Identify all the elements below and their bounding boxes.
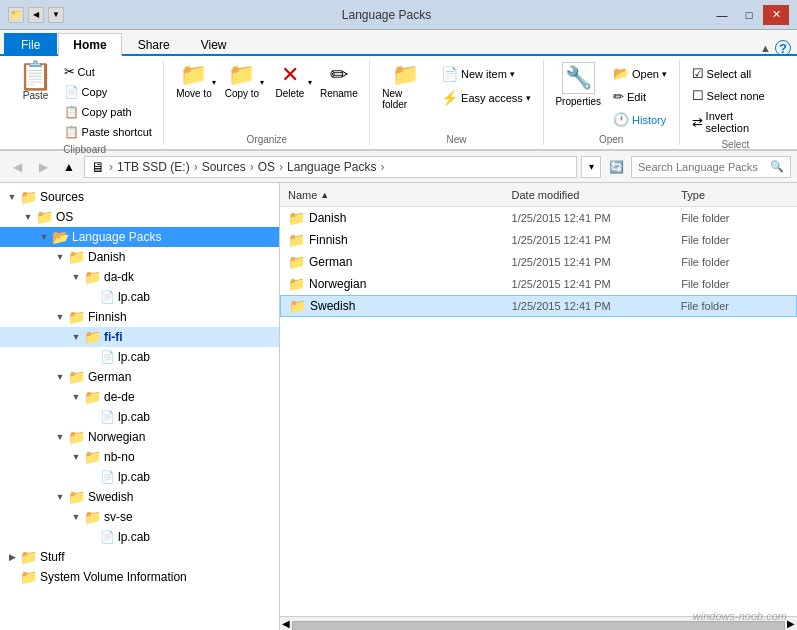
open-button[interactable]: 📂 Open ▾ [609, 64, 671, 83]
expand-norwegian[interactable]: ▼ [52, 432, 68, 442]
easy-access-button[interactable]: ⚡ Easy access ▾ [437, 88, 535, 108]
file-cell-date-swedish: 1/25/2015 12:41 PM [508, 300, 677, 312]
tree-item-nb-no[interactable]: ▼ 📁 nb-no [0, 447, 279, 467]
expand-nb-no[interactable]: ▼ [68, 452, 84, 462]
tree-item-german[interactable]: ▼ 📁 German [0, 367, 279, 387]
expand-sources[interactable]: ▼ [4, 192, 20, 202]
close-button[interactable]: ✕ [763, 5, 789, 25]
expand-german[interactable]: ▼ [52, 372, 68, 382]
tree-item-lp-fi[interactable]: 📄 lp.cab [0, 347, 279, 367]
quick-access-btn[interactable]: ◀ [28, 7, 44, 23]
expand-stuff[interactable]: ▶ [4, 552, 20, 562]
expand-fi-fi[interactable]: ▼ [68, 332, 84, 342]
path-part-3[interactable]: Language Packs [287, 160, 376, 174]
cut-button[interactable]: ✂ Cut [60, 62, 156, 81]
maximize-button[interactable]: □ [736, 5, 762, 25]
col-header-type[interactable]: Type [677, 189, 793, 201]
expand-finnish[interactable]: ▼ [52, 312, 68, 322]
properties-button[interactable]: 🔧 Properties [551, 60, 605, 109]
file-row-swedish[interactable]: 📁 Swedish 1/25/2015 12:41 PM File folder [280, 295, 797, 317]
ribbon-collapse-icon[interactable]: ▲ [760, 42, 771, 54]
tree-label-norwegian: Norwegian [88, 430, 145, 444]
search-input[interactable] [638, 161, 766, 173]
hscroll-left-btn[interactable]: ◀ [280, 618, 292, 629]
tree-item-norwegian[interactable]: ▼ 📁 Norwegian [0, 427, 279, 447]
tree-item-lp-sv[interactable]: 📄 lp.cab [0, 527, 279, 547]
copy-to-button[interactable]: 📁 Copy to [220, 60, 264, 101]
tab-view[interactable]: View [186, 33, 242, 56]
tree-item-swedish[interactable]: ▼ 📁 Swedish [0, 487, 279, 507]
hscroll-right-btn[interactable]: ▶ [785, 618, 797, 629]
invert-selection-button[interactable]: ⇄ Invert selection [688, 108, 783, 136]
tree-item-fi-fi[interactable]: ▼ 📁 fi-fi [0, 327, 279, 347]
tree-panel[interactable]: ▼ 📁 Sources ▼ 📁 OS ▼ 📂 Language Packs ▼ … [0, 183, 280, 630]
select-all-button[interactable]: ☑ Select all [688, 64, 756, 83]
expand-swedish[interactable]: ▼ [52, 492, 68, 502]
folder-icon-svi: 📁 [20, 569, 37, 585]
tree-item-lp-no[interactable]: 📄 lp.cab [0, 467, 279, 487]
horizontal-scrollbar[interactable]: ◀ ▶ [280, 616, 797, 630]
tree-item-danish[interactable]: ▼ 📁 Danish [0, 247, 279, 267]
rename-button[interactable]: ✏ Rename [316, 60, 362, 101]
copy-path-button[interactable]: 📋 Copy path [60, 103, 156, 121]
delete-button[interactable]: ✕ Delete [268, 60, 312, 101]
expand-da-dk[interactable]: ▼ [68, 272, 84, 282]
search-box[interactable]: 🔍 [631, 156, 791, 178]
tree-item-svi[interactable]: 📁 System Volume Information [0, 567, 279, 587]
history-button[interactable]: 🕐 History [609, 110, 671, 129]
tree-item-stuff[interactable]: ▶ 📁 Stuff [0, 547, 279, 567]
select-all-label: Select all [707, 68, 752, 80]
forward-button[interactable]: ▶ [32, 156, 54, 178]
edit-button[interactable]: ✏ Edit [609, 87, 671, 106]
hscroll-thumb[interactable] [292, 621, 785, 631]
move-to-button[interactable]: 📁 Move to [172, 60, 216, 101]
tree-item-finnish[interactable]: ▼ 📁 Finnish [0, 307, 279, 327]
back-button[interactable]: ◀ [6, 156, 28, 178]
tree-item-sv-se[interactable]: ▼ 📁 sv-se [0, 507, 279, 527]
quick-access-btn2[interactable]: ▼ [48, 7, 64, 23]
up-button[interactable]: ▲ [58, 156, 80, 178]
copy-button[interactable]: 📄 Copy [60, 83, 156, 101]
tree-item-sources[interactable]: ▼ 📁 Sources [0, 187, 279, 207]
tree-label-lp-de: lp.cab [118, 410, 150, 424]
paste-shortcut-button[interactable]: 📋 Paste shortcut [60, 123, 156, 141]
file-cell-type-german: File folder [677, 256, 793, 268]
path-part-1[interactable]: Sources [202, 160, 246, 174]
path-part-0[interactable]: 1TB SSD (E:) [117, 160, 190, 174]
ribbon: 📋 Paste ✂ Cut 📄 Copy 📋 Copy path 📋 [0, 56, 797, 151]
paste-button[interactable]: 📋 Paste [14, 60, 58, 104]
file-panel[interactable]: Name ▲ Date modified Type 📁 Danish 1/25/… [280, 183, 797, 616]
expand-os[interactable]: ▼ [20, 212, 36, 222]
file-row-finnish[interactable]: 📁 Finnish 1/25/2015 12:41 PM File folder [280, 229, 797, 251]
tree-item-language-packs[interactable]: ▼ 📂 Language Packs [0, 227, 279, 247]
address-dropdown-button[interactable]: ▾ [581, 156, 601, 178]
ribbon-tab-bar: File Home Share View ▲ ? [0, 30, 797, 56]
new-item-button[interactable]: 📄 New item ▾ [437, 64, 535, 84]
address-path[interactable]: 🖥 › 1TB SSD (E:) › Sources › OS › Langua… [84, 156, 577, 178]
refresh-button[interactable]: 🔄 [605, 156, 627, 178]
tree-item-de-de[interactable]: ▼ 📁 de-de [0, 387, 279, 407]
expand-sv-se[interactable]: ▼ [68, 512, 84, 522]
file-row-german[interactable]: 📁 German 1/25/2015 12:41 PM File folder [280, 251, 797, 273]
tree-item-lp-de[interactable]: 📄 lp.cab [0, 407, 279, 427]
file-cell-date-norwegian: 1/25/2015 12:41 PM [508, 278, 678, 290]
new-folder-button[interactable]: 📁 New folder [378, 60, 433, 112]
expand-de-de[interactable]: ▼ [68, 392, 84, 402]
minimize-button[interactable]: — [709, 5, 735, 25]
tab-file[interactable]: File [4, 33, 57, 56]
folder-icon-norwegian: 📁 [68, 429, 85, 445]
expand-language-packs[interactable]: ▼ [36, 232, 52, 242]
tree-item-os[interactable]: ▼ 📁 OS [0, 207, 279, 227]
tab-share[interactable]: Share [123, 33, 185, 56]
col-header-name[interactable]: Name ▲ [284, 189, 508, 201]
file-row-danish[interactable]: 📁 Danish 1/25/2015 12:41 PM File folder [280, 207, 797, 229]
tree-item-lp-da[interactable]: 📄 lp.cab [0, 287, 279, 307]
tab-home[interactable]: Home [58, 33, 121, 56]
col-header-date[interactable]: Date modified [508, 189, 678, 201]
tree-item-da-dk[interactable]: ▼ 📁 da-dk [0, 267, 279, 287]
select-none-button[interactable]: ☐ Select none [688, 86, 769, 105]
file-row-norwegian[interactable]: 📁 Norwegian 1/25/2015 12:41 PM File fold… [280, 273, 797, 295]
expand-danish[interactable]: ▼ [52, 252, 68, 262]
path-part-2[interactable]: OS [258, 160, 275, 174]
help-icon[interactable]: ? [775, 40, 791, 56]
